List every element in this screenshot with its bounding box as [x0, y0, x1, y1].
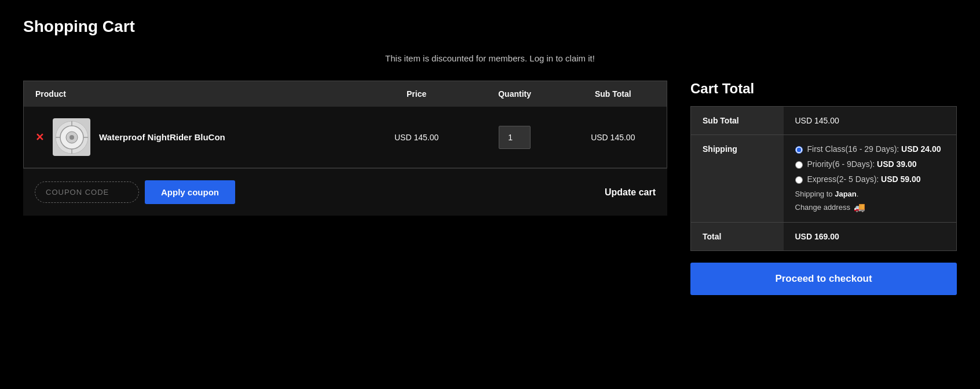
cart-table: Product Price Quantity Sub Total ✕ — [23, 81, 667, 168]
update-cart-button[interactable]: Update cart — [605, 187, 656, 198]
checkout-button[interactable]: Proceed to checkout — [690, 263, 957, 295]
shipping-label: Shipping — [691, 135, 784, 223]
total-row: Total USD 169.00 — [691, 223, 957, 251]
subtotal-row: Sub Total USD 145.00 — [691, 107, 957, 135]
col-price: Price — [363, 81, 470, 107]
product-subtotal: USD 145.00 — [560, 107, 667, 168]
table-row: ✕ — [24, 107, 667, 168]
shipping-option-express: Express(2- 5 Days): USD 59.00 — [795, 174, 945, 184]
page-title: Shopping Cart — [23, 17, 957, 36]
total-label: Total — [691, 223, 784, 251]
shipping-label-first-class[interactable]: First Class(16 - 29 Days): USD 24.00 — [807, 144, 941, 154]
shipping-row: Shipping First Class(16 - 29 Days): USD … — [691, 135, 957, 223]
col-quantity: Quantity — [470, 81, 560, 107]
shipping-label-express[interactable]: Express(2- 5 Days): USD 59.00 — [807, 174, 921, 184]
shipping-options: First Class(16 - 29 Days): USD 24.00 Pri… — [784, 135, 957, 223]
shipping-to: Shipping to Japan. — [795, 190, 945, 198]
member-notice: This item is discounted for members. Log… — [23, 53, 957, 63]
cart-total-title: Cart Total — [690, 81, 957, 97]
product-name: Waterproof NightRider BluCon — [99, 132, 225, 142]
col-product: Product — [24, 81, 363, 107]
truck-icon: 🚚 — [854, 202, 865, 213]
subtotal-label: Sub Total — [691, 107, 784, 135]
coupon-area: Apply coupon — [35, 180, 235, 204]
shipping-option-priority: Priority(6 - 9Days): USD 39.00 — [795, 159, 945, 169]
shipping-radio-priority[interactable] — [795, 161, 803, 169]
remove-item-button[interactable]: ✕ — [35, 131, 44, 144]
change-address-label: Change address — [795, 203, 850, 212]
cart-footer: Apply coupon Update cart — [23, 168, 667, 216]
product-cell: ✕ — [35, 118, 352, 156]
svg-point-3 — [70, 135, 74, 140]
product-price: USD 145.00 — [363, 107, 470, 168]
shipping-label-priority[interactable]: Priority(6 - 9Days): USD 39.00 — [807, 159, 917, 169]
shipping-option-first-class: First Class(16 - 29 Days): USD 24.00 — [795, 144, 945, 154]
cart-total-table: Sub Total USD 145.00 Shipping First Clas… — [690, 106, 957, 251]
apply-coupon-button[interactable]: Apply coupon — [145, 180, 235, 204]
col-subtotal: Sub Total — [560, 81, 667, 107]
cart-total-section: Cart Total Sub Total USD 145.00 Shipping… — [690, 81, 957, 295]
product-image — [53, 118, 90, 156]
quantity-input[interactable] — [499, 126, 531, 149]
shipping-radio-express[interactable] — [795, 176, 803, 184]
cart-table-section: Product Price Quantity Sub Total ✕ — [23, 81, 667, 216]
change-address-link[interactable]: Change address 🚚 — [795, 202, 945, 213]
shipping-radio-first-class[interactable] — [795, 146, 803, 154]
coupon-input[interactable] — [35, 181, 139, 203]
main-content: Product Price Quantity Sub Total ✕ — [23, 81, 957, 295]
total-value: USD 169.00 — [784, 223, 957, 251]
subtotal-value: USD 145.00 — [784, 107, 957, 135]
shipping-country: Japan — [835, 190, 857, 198]
